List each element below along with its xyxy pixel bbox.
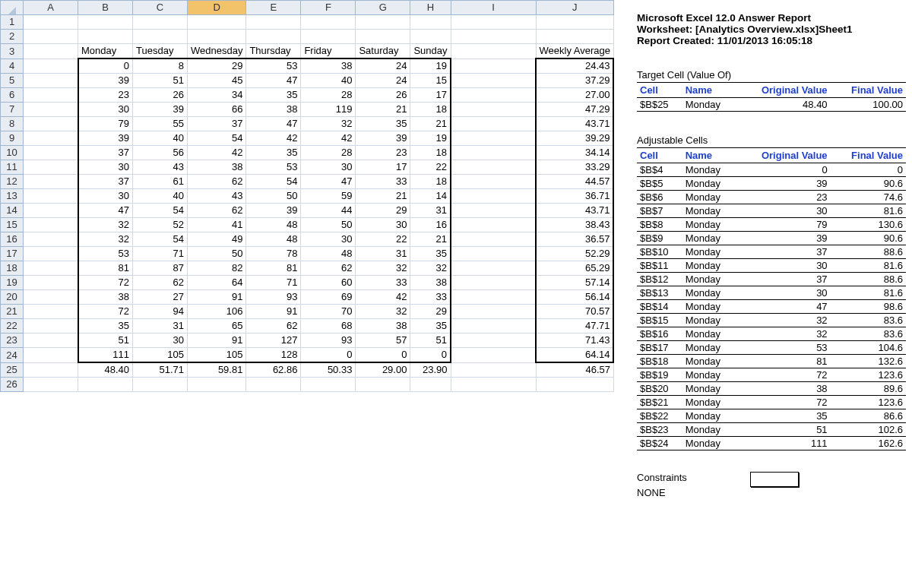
cell-J3[interactable]: Weekly Average [536, 44, 613, 59]
cell-G14[interactable]: 29 [356, 204, 410, 218]
cell-F15[interactable]: 50 [301, 218, 356, 232]
cell-B18[interactable]: 81 [78, 261, 133, 276]
cell-D13[interactable]: 43 [188, 189, 246, 204]
cell-H17[interactable]: 35 [410, 247, 451, 261]
cell-D12[interactable]: 62 [188, 175, 246, 189]
cell-A14[interactable] [24, 204, 78, 218]
cell-H7[interactable]: 18 [410, 103, 451, 117]
cell-H18[interactable]: 32 [410, 261, 451, 276]
cell-C26[interactable] [133, 378, 188, 392]
cell-I6[interactable] [451, 88, 536, 103]
cell-A7[interactable] [24, 103, 78, 117]
cell-F25[interactable]: 50.33 [301, 362, 356, 378]
row-header-21[interactable]: 21 [1, 305, 24, 319]
cell-I8[interactable] [451, 117, 536, 131]
cell-I1[interactable] [451, 15, 536, 30]
cell-J18[interactable]: 65.29 [536, 261, 613, 276]
cell-B8[interactable]: 79 [78, 117, 133, 131]
cell-A15[interactable] [24, 218, 78, 232]
cell-J22[interactable]: 47.71 [536, 319, 613, 334]
cell-F14[interactable]: 44 [301, 204, 356, 218]
cell-C5[interactable]: 51 [133, 74, 188, 88]
cell-D3[interactable]: Wednesday [188, 44, 246, 59]
cell-D7[interactable]: 66 [188, 103, 246, 117]
cell-G22[interactable]: 38 [356, 319, 410, 334]
cell-H21[interactable]: 29 [410, 305, 451, 319]
cell-B25[interactable]: 48.40 [78, 362, 133, 378]
col-header-I[interactable]: I [451, 1, 536, 15]
cell-E15[interactable]: 48 [246, 218, 301, 232]
cell-B15[interactable]: 32 [78, 218, 133, 232]
cell-G24[interactable]: 0 [356, 348, 410, 363]
cell-A20[interactable] [24, 290, 78, 305]
cell-A2[interactable] [24, 30, 78, 44]
cell-F5[interactable]: 40 [301, 74, 356, 88]
cell-A6[interactable] [24, 88, 78, 103]
cell-E13[interactable]: 50 [246, 189, 301, 204]
row-header-13[interactable]: 13 [1, 189, 24, 204]
cell-H10[interactable]: 18 [410, 146, 451, 160]
cell-F10[interactable]: 28 [301, 146, 356, 160]
cell-B14[interactable]: 47 [78, 204, 133, 218]
cell-C24[interactable]: 105 [133, 348, 188, 363]
cell-E26[interactable] [246, 378, 301, 392]
cell-J15[interactable]: 38.43 [536, 218, 613, 232]
cell-A1[interactable] [24, 15, 78, 30]
cell-I3[interactable] [451, 44, 536, 59]
cell-B20[interactable]: 38 [78, 290, 133, 305]
cell-G25[interactable]: 29.00 [356, 362, 410, 378]
cell-A11[interactable] [24, 160, 78, 175]
cell-C9[interactable]: 40 [133, 131, 188, 146]
cell-B12[interactable]: 37 [78, 175, 133, 189]
cell-B21[interactable]: 72 [78, 305, 133, 319]
cell-F20[interactable]: 69 [301, 290, 356, 305]
cell-B5[interactable]: 39 [78, 74, 133, 88]
cell-J16[interactable]: 36.57 [536, 232, 613, 247]
cell-H22[interactable]: 35 [410, 319, 451, 334]
row-header-20[interactable]: 20 [1, 290, 24, 305]
cell-A10[interactable] [24, 146, 78, 160]
cell-B13[interactable]: 30 [78, 189, 133, 204]
cell-D20[interactable]: 91 [188, 290, 246, 305]
cell-E25[interactable]: 62.86 [246, 362, 301, 378]
cell-E19[interactable]: 71 [246, 276, 301, 290]
cell-D9[interactable]: 54 [188, 131, 246, 146]
cell-I22[interactable] [451, 319, 536, 334]
cell-I15[interactable] [451, 218, 536, 232]
cell-F6[interactable]: 28 [301, 88, 356, 103]
cell-C25[interactable]: 51.71 [133, 362, 188, 378]
cell-A4[interactable] [24, 58, 78, 74]
cell-F9[interactable]: 42 [301, 131, 356, 146]
col-header-G[interactable]: G [356, 1, 410, 15]
cell-H26[interactable] [410, 378, 451, 392]
cell-J25[interactable]: 46.57 [536, 362, 613, 378]
cell-H12[interactable]: 18 [410, 175, 451, 189]
cell-B19[interactable]: 72 [78, 276, 133, 290]
cell-D18[interactable]: 82 [188, 261, 246, 276]
cell-G5[interactable]: 24 [356, 74, 410, 88]
cell-B9[interactable]: 39 [78, 131, 133, 146]
cell-I5[interactable] [451, 74, 536, 88]
cell-G19[interactable]: 33 [356, 276, 410, 290]
cell-J11[interactable]: 33.29 [536, 160, 613, 175]
row-header-19[interactable]: 19 [1, 276, 24, 290]
cell-H3[interactable]: Sunday [410, 44, 451, 59]
cell-F18[interactable]: 62 [301, 261, 356, 276]
cell-A3[interactable] [24, 44, 78, 59]
cell-I16[interactable] [451, 232, 536, 247]
cell-F11[interactable]: 30 [301, 160, 356, 175]
row-header-1[interactable]: 1 [1, 15, 24, 30]
cell-I13[interactable] [451, 189, 536, 204]
cell-G6[interactable]: 26 [356, 88, 410, 103]
row-header-22[interactable]: 22 [1, 319, 24, 334]
row-header-8[interactable]: 8 [1, 117, 24, 131]
cell-I18[interactable] [451, 261, 536, 276]
cell-A19[interactable] [24, 276, 78, 290]
cell-G1[interactable] [356, 15, 410, 30]
cell-A25[interactable] [24, 362, 78, 378]
cell-E4[interactable]: 53 [246, 58, 301, 74]
row-header-4[interactable]: 4 [1, 58, 24, 74]
cell-I2[interactable] [451, 30, 536, 44]
cell-G10[interactable]: 23 [356, 146, 410, 160]
cell-B16[interactable]: 32 [78, 232, 133, 247]
